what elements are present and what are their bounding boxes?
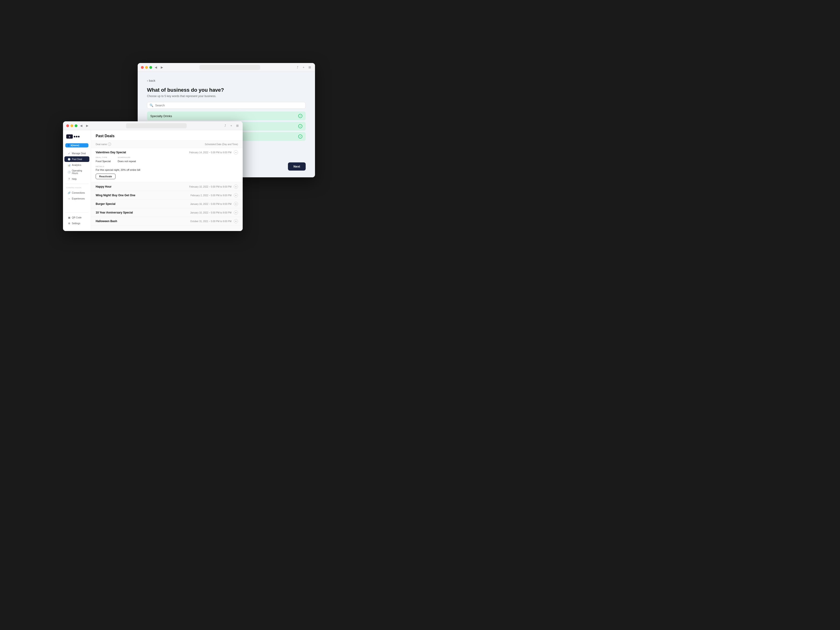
expand-deal-button[interactable]: + [234,193,238,197]
scheduled-value: Does not repeat [118,160,136,163]
deal-row-burger-special[interactable]: Burger Special January 16, 2022 5:00 PM … [91,199,243,208]
collapse-deal-button[interactable]: − [234,150,238,155]
sidebar: o 👤 ${Name} ✓ Manage Deal 🕐 Past D [63,130,91,231]
front-window-body: o 👤 ${Name} ✓ Manage Deal 🕐 Past D [63,130,243,231]
sidebar-item-settings[interactable]: ⚙ Settings [65,221,89,226]
deal-row-anniversary[interactable]: 10 Year Anniversary Special January 10, … [91,208,243,217]
back-window-titlebar: ◀ ▶ ⤴ + ⊞ [138,63,315,72]
sidebar-bottom: ▦ QR Code ⚙ Settings [63,209,91,228]
user-name: ${Name} [71,144,79,147]
sidebar-item-experiences[interactable]: ○ Experiences [65,196,89,201]
front-share-icon[interactable]: ⤴ [223,124,227,128]
deal-row-header-halloween: Halloween Bash October 31, 2021 5:00 PM … [91,217,243,225]
close-button[interactable] [141,66,144,69]
deal-date-info: February 2, 2022 5:00 PM to 9:00 PM [190,194,232,197]
deal-name: 10 Year Anniversary Special [96,211,190,214]
dot-separator [209,204,210,204]
sidebar-item-past-deal[interactable]: 🕐 Past Deal [65,156,89,162]
deal-row-happy-hour[interactable]: Happy Hour February 10, 2022 5:00 PM to … [91,182,243,191]
front-maximize-button[interactable] [75,124,77,127]
sidebar-item-manage-deal[interactable]: ✓ Manage Deal [65,150,89,156]
reactivate-button[interactable]: Reactivate [96,174,115,179]
add-tab-icon[interactable]: + [302,65,306,69]
dot-separator [209,212,210,213]
forward-nav-button[interactable]: ▶ [159,65,164,70]
page-title: What of business do you have? [147,87,306,93]
deal-time: 5:00 PM to 9:00 PM [211,203,232,205]
circle-icon: ○ [68,197,71,200]
bar-chart-icon: 📊 [68,164,71,166]
sidebar-item-qr-code[interactable]: ▦ QR Code [65,215,89,220]
deal-row-valentines[interactable]: Valentines Day Special February 14, 2022… [91,148,243,182]
address-bar[interactable] [199,65,260,70]
deal-details-text: For this special night, 20% off entire b… [96,169,238,171]
front-add-tab-icon[interactable]: + [229,124,233,128]
sidebar-icon[interactable]: ⊞ [308,65,312,69]
sidebar-item-label: Manage Deal [72,152,86,155]
front-forward-nav[interactable]: ▶ [85,123,90,128]
deal-type-value: Food Special [96,160,111,163]
check-icon: ✓ [298,124,302,128]
deal-expanded-valentines: DEAL TYPE Food Special SCHEDULED Does no… [91,156,243,182]
back-link-text: back [149,79,155,82]
deal-row-halloween[interactable]: Halloween Bash October 31, 2021 5:00 PM … [91,217,243,226]
deal-name: Wing Night! Buy One Get One [96,194,190,197]
details-label: DETAILS [96,166,238,167]
question-icon: ? [68,178,71,180]
back-link[interactable]: ‹ back [147,79,306,82]
share-icon[interactable]: ⤴ [295,65,300,69]
dot-separator [209,152,210,153]
deal-date: January 10, 2022 [190,212,208,214]
dot-separator [209,221,210,222]
sidebar-item-label: Analytics [72,164,81,166]
deal-row-wing-night[interactable]: Wing Night! Buy One Get One February 2, … [91,191,243,199]
search-input[interactable] [155,104,303,107]
logo-dot-3 [78,136,80,137]
sidebar-item-label: Help [72,178,77,180]
deal-time: 5:00 PM to 9:00 PM [211,220,232,223]
sidebar-item-analytics[interactable]: 📊 Analytics [65,162,89,168]
next-button[interactable]: Next [288,163,306,171]
front-back-nav[interactable]: ◀ [79,123,84,128]
main-header: Past Deals [91,130,243,141]
sidebar-item-label: Past Deal [72,158,82,161]
front-sidebar-icon[interactable]: ⊞ [235,124,239,128]
sidebar-item-connections[interactable]: 🔗 Connections [65,190,89,196]
sidebar-item-operating-hours[interactable]: 🕒 Operating Hours [65,168,89,176]
maximize-button[interactable] [149,66,152,69]
logo-icon: o [66,134,73,139]
tag-specialty-drinks[interactable]: Specialty Drinks ✓ [147,112,306,120]
front-close-button[interactable] [66,124,69,127]
front-address-bar[interactable] [126,123,187,128]
minimize-button[interactable] [145,66,148,69]
qr-icon: ▦ [68,216,71,219]
sidebar-item-label: QR Code [72,216,82,219]
front-minimize-button[interactable] [71,124,73,127]
tag-label: Specialty Drinks [150,114,172,118]
deal-type-col: DEAL TYPE Food Special [96,156,111,163]
link-icon: 🔗 [68,191,71,194]
expand-deal-button[interactable]: + [234,210,238,215]
sidebar-item-help[interactable]: ? Help [65,176,89,182]
deal-date-info: February 14, 2022 5:00 PM to 9:00 PM [189,151,232,154]
deal-date-info: October 31, 2021 5:00 PM to 9:00 PM [190,220,232,223]
sidebar-main-section: ✓ Manage Deal 🕐 Past Deal 📊 Analytics 🕒 … [63,150,91,209]
check-icon: ✓ [298,114,302,118]
logo-dot-1 [74,136,75,137]
back-nav-button[interactable]: ◀ [153,65,158,70]
expand-deal-button[interactable]: + [234,202,238,206]
deal-name: Happy Hour [96,185,189,188]
expand-deal-button[interactable]: + [234,185,238,189]
front-traffic-lights [66,124,77,127]
deal-time: 5:00 PM to 9:00 PM [211,185,232,188]
user-badge-icon: 👤 [67,144,70,147]
main-content: Past Deals Deal name i Scheduled Date (D… [91,130,243,231]
search-box[interactable]: 🔍 [147,102,306,109]
info-icon: i [108,142,111,146]
dot-separator [209,195,210,196]
front-window-titlebar: ◀ ▶ ⤴ + ⊞ [63,122,243,130]
deal-row-header-wing-night: Wing Night! Buy One Get One February 2, … [91,191,243,199]
sidebar-item-label: Settings [72,222,80,225]
check-icon: ✓ [298,134,302,139]
expand-deal-button[interactable]: + [234,219,238,223]
